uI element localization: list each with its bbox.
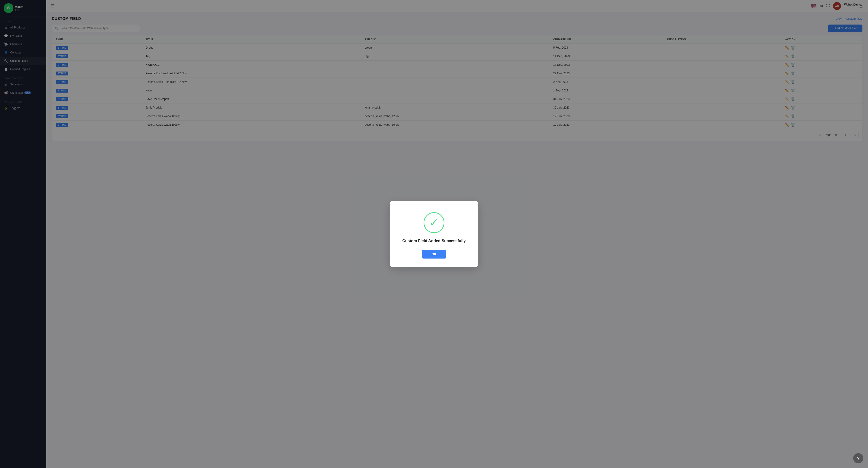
checkmark-icon: ✓ xyxy=(429,217,439,228)
success-icon-circle: ✓ xyxy=(424,212,444,233)
modal-overlay: ✓ Custom Field Added Successfully OK xyxy=(0,0,868,468)
support-icon: ? xyxy=(857,456,860,461)
modal-message: Custom Field Added Successfully xyxy=(402,239,465,243)
ok-button[interactable]: OK xyxy=(422,250,446,259)
support-fab[interactable]: ? xyxy=(853,453,863,463)
success-modal: ✓ Custom Field Added Successfully OK xyxy=(390,201,478,267)
